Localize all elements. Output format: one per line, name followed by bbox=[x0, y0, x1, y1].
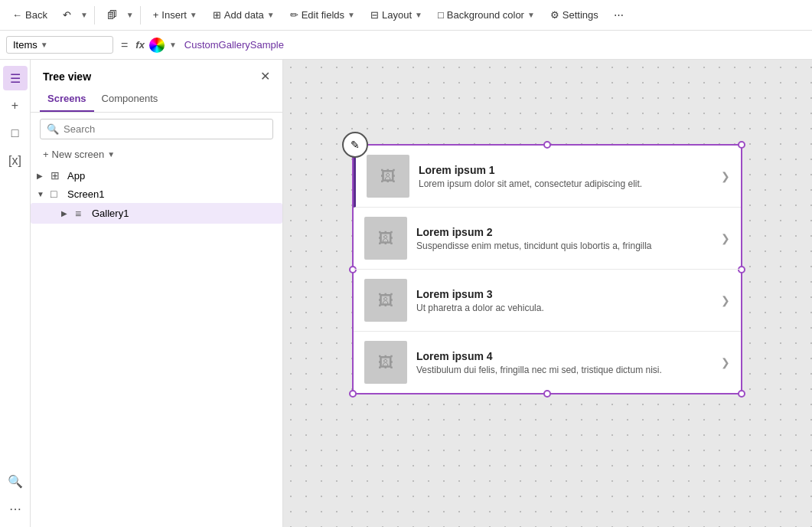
tree-items: ▶ ⊞ App ▼ □ Screen1 ▶ ≡ Gallery1 ⋯ bbox=[31, 166, 282, 527]
tree-search-input[interactable] bbox=[64, 123, 266, 135]
gallery-title-0: Lorem ipsum 1 bbox=[419, 164, 712, 176]
copy-button[interactable]: 🗐 bbox=[101, 6, 123, 24]
items-dropdown[interactable]: Items ▼ bbox=[6, 36, 113, 54]
icon-rail: ☰ + □ [x] 🔍 ⋯ bbox=[0, 60, 31, 527]
gallery-chevron-0: ❯ bbox=[721, 170, 730, 182]
gallery-thumb-1: 🖼 bbox=[364, 217, 407, 260]
tree-tabs: Screens Components bbox=[31, 87, 282, 113]
tree-panel: Tree view ✕ Screens Components 🔍 + New s… bbox=[31, 60, 283, 527]
gallery-thumb-2: 🖼 bbox=[364, 279, 407, 322]
more-button[interactable]: ⋯ bbox=[608, 6, 630, 24]
bg-color-button[interactable]: □ Background color ▼ bbox=[432, 6, 541, 24]
insert-chevron-icon: ▼ bbox=[190, 11, 197, 19]
expand-icon-gallery1: ▶ bbox=[61, 209, 72, 218]
settings-button[interactable]: ⚙ Settings bbox=[544, 6, 605, 24]
tree-view-icon[interactable]: ☰ bbox=[3, 66, 28, 90]
bg-color-chevron-icon: ▼ bbox=[527, 11, 535, 19]
gallery-thumb-0: 🖼 bbox=[367, 155, 409, 198]
edit-fields-chevron-icon: ▼ bbox=[347, 11, 355, 19]
plus-panel-icon[interactable]: + bbox=[3, 93, 28, 118]
app-label: App bbox=[67, 170, 276, 182]
tab-components[interactable]: Components bbox=[94, 87, 166, 112]
gallery-item-2[interactable]: 🖼 Lorem ipsum 3 Ut pharetra a dolor ac v… bbox=[354, 270, 741, 332]
edit-fields-button[interactable]: ✏ Edit fields ▼ bbox=[284, 6, 361, 24]
gallery-subtitle-0: Lorem ipsum dolor sit amet, consectetur … bbox=[419, 178, 712, 189]
gallery-widget[interactable]: ✎ 🖼 Lorem ipsum 1 Lorem ipsum dolor sit … bbox=[352, 144, 742, 394]
canvas-area[interactable]: ✎ 🖼 Lorem ipsum 1 Lorem ipsum dolor sit … bbox=[283, 60, 812, 527]
edit-pencil-button[interactable]: ✎ bbox=[342, 132, 368, 158]
gallery-text-3: Lorem ipsum 4 Vestibulum dui felis, frin… bbox=[416, 350, 712, 375]
formula-input[interactable] bbox=[181, 38, 806, 52]
back-button[interactable]: ← Back bbox=[6, 6, 54, 24]
divider-2 bbox=[140, 6, 141, 25]
fx-label: fx bbox=[135, 39, 145, 51]
gallery-text-1: Lorem ipsum 2 Suspendisse enim metus, ti… bbox=[416, 226, 712, 251]
tree-header: Tree view ✕ bbox=[31, 60, 282, 87]
tree-item-gallery1[interactable]: ▶ ≡ Gallery1 ⋯ bbox=[31, 203, 282, 224]
add-data-chevron-icon: ▼ bbox=[267, 11, 275, 19]
edit-icon: ✏ bbox=[290, 9, 298, 21]
gallery-chevron-3: ❯ bbox=[721, 356, 730, 368]
search-icon: 🔍 bbox=[47, 123, 59, 135]
divider-1 bbox=[94, 6, 95, 25]
gallery-text-2: Lorem ipsum 3 Ut pharetra a dolor ac veh… bbox=[416, 288, 712, 313]
expand-icon-screen1: ▼ bbox=[37, 190, 47, 198]
copy-chevron-icon: ▼ bbox=[126, 11, 134, 19]
gallery-subtitle-1: Suspendisse enim metus, tincidunt quis l… bbox=[416, 241, 712, 251]
gallery-icon: ≡ bbox=[75, 208, 89, 220]
expand-icon-app: ▶ bbox=[37, 172, 47, 180]
tree-item-app[interactable]: ▶ ⊞ App bbox=[31, 166, 282, 185]
equals-sign: = bbox=[118, 38, 131, 52]
gallery-subtitle-3: Vestibulum dui felis, fringilla nec mi s… bbox=[416, 365, 712, 375]
main-area: ☰ + □ [x] 🔍 ⋯ Tree view ✕ Screens Compon… bbox=[0, 60, 812, 527]
back-label: Back bbox=[25, 9, 47, 21]
insert-button[interactable]: + Insert ▼ bbox=[147, 6, 204, 24]
items-dropdown-value: Items bbox=[13, 39, 38, 51]
bg-color-icon: □ bbox=[438, 9, 444, 21]
copy-icon: 🗐 bbox=[107, 9, 117, 21]
formula-bar: Items ▼ = fx ▼ bbox=[0, 31, 812, 60]
grid-icon[interactable]: □ bbox=[3, 121, 28, 146]
undo-icon: ↶ bbox=[63, 9, 71, 21]
back-arrow-icon: ← bbox=[12, 9, 22, 21]
gallery1-label: Gallery1 bbox=[92, 208, 255, 219]
layout-button[interactable]: ⊟ Layout ▼ bbox=[364, 6, 429, 24]
gallery-title-2: Lorem ipsum 3 bbox=[416, 288, 712, 300]
screen-icon: □ bbox=[51, 188, 64, 200]
undo-button[interactable]: ↶ bbox=[57, 6, 77, 24]
gallery-item-1[interactable]: 🖼 Lorem ipsum 2 Suspendisse enim metus, … bbox=[354, 208, 741, 270]
add-data-button[interactable]: ⊞ Add data ▼ bbox=[207, 6, 281, 24]
gallery-title-3: Lorem ipsum 4 bbox=[416, 350, 712, 362]
gallery-text-0: Lorem ipsum 1 Lorem ipsum dolor sit amet… bbox=[419, 164, 712, 189]
toolbar: ← Back ↶ ▼ 🗐 ▼ + Insert ▼ ⊞ Add data ▼ ✏… bbox=[0, 0, 812, 31]
tree-close-button[interactable]: ✕ bbox=[260, 69, 270, 83]
gallery-chevron-1: ❯ bbox=[721, 232, 730, 244]
tree-search-container: 🔍 bbox=[40, 119, 273, 139]
items-dropdown-chevron: ▼ bbox=[41, 41, 48, 49]
app-icon: ⊞ bbox=[51, 169, 64, 182]
plus-icon: + bbox=[153, 9, 159, 21]
screen1-label: Screen1 bbox=[67, 188, 276, 200]
gallery-item-3[interactable]: 🖼 Lorem ipsum 4 Vestibulum dui felis, fr… bbox=[354, 332, 741, 393]
table-icon: ⊞ bbox=[213, 9, 221, 21]
plus-icon: + bbox=[43, 149, 49, 160]
gallery-subtitle-2: Ut pharetra a dolor ac vehicula. bbox=[416, 303, 712, 313]
new-screen-button[interactable]: + New screen ▼ bbox=[31, 146, 282, 166]
gallery-title-1: Lorem ipsum 2 bbox=[416, 226, 712, 238]
search-icon[interactable]: 🔍 bbox=[3, 469, 28, 493]
layout-chevron-icon: ▼ bbox=[415, 11, 422, 19]
tab-screens[interactable]: Screens bbox=[40, 87, 94, 112]
more-options-icon[interactable]: ⋯ bbox=[3, 496, 28, 521]
gallery-chevron-2: ❯ bbox=[721, 294, 730, 306]
undo-chevron-icon: ▼ bbox=[80, 11, 88, 19]
ellipsis-icon: ⋯ bbox=[614, 9, 624, 21]
color-chevron-icon: ▼ bbox=[169, 41, 177, 49]
new-screen-chevron: ▼ bbox=[107, 150, 115, 159]
new-screen-label: New screen bbox=[52, 149, 105, 160]
variable-icon[interactable]: [x] bbox=[3, 149, 28, 173]
gallery-thumb-3: 🖼 bbox=[364, 341, 407, 384]
gallery-item-0[interactable]: ✎ 🖼 Lorem ipsum 1 Lorem ipsum dolor sit … bbox=[354, 146, 741, 208]
gear-icon: ⚙ bbox=[550, 9, 559, 21]
layout-icon: ⊟ bbox=[370, 9, 379, 21]
tree-item-screen1[interactable]: ▼ □ Screen1 bbox=[31, 185, 282, 203]
